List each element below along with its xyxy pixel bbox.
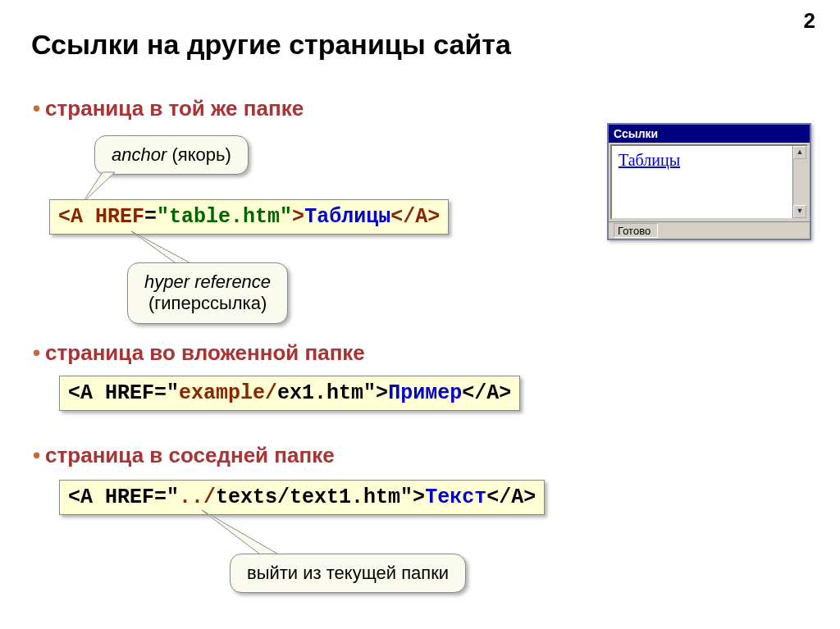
code-linktext: Текст	[425, 485, 486, 509]
bullet-text: страница в соседней папке	[45, 443, 335, 467]
code-file: texts/text1.htm	[216, 485, 400, 509]
scroll-down-icon[interactable]: ▼	[793, 205, 806, 218]
bullet-sibling-folder: •страница в соседней папке	[33, 443, 335, 468]
scrollbar[interactable]: ▲ ▼	[792, 146, 806, 218]
bullet-same-folder: •страница в той же папке	[33, 96, 304, 121]
bullet-text: страница во вложенной папке	[45, 340, 365, 365]
bullet-dot: •	[33, 340, 40, 365]
code-lt: <	[58, 205, 71, 229]
code-pre: A HREF="	[80, 381, 179, 405]
svg-marker-2	[202, 510, 287, 559]
code-example-1: <A HREF="table.htm">Таблицы</A>	[49, 199, 449, 235]
code-example-2: <A HREF="example/ex1.htm">Пример</A>	[59, 376, 520, 411]
callout-hyper-reference: hyper reference (гиперссылка)	[127, 262, 288, 324]
slide-title: Ссылки на другие страницы сайта	[31, 29, 511, 61]
code-href: HREF	[95, 205, 144, 229]
scroll-up-icon[interactable]: ▲	[793, 146, 806, 159]
code-file: ex1.htm	[277, 381, 363, 405]
code-close: </A>	[462, 381, 511, 405]
code-space	[83, 205, 95, 229]
callout-anchor: anchor (якорь)	[94, 135, 249, 175]
code-folder: example/	[179, 381, 277, 405]
code-pre: A HREF="	[80, 485, 179, 509]
callout-hyper-ru: (гиперссылка)	[148, 293, 267, 313]
code-lt: <	[68, 485, 80, 509]
code-url: "table.htm"	[157, 205, 292, 229]
code-q: ">	[400, 485, 425, 509]
callout-hyper-it: hyper reference	[144, 271, 271, 292]
callout-anchor-it: anchor	[112, 144, 167, 165]
bullet-dot: •	[33, 443, 40, 467]
code-close-gt: >	[427, 205, 440, 229]
code-lt: <	[68, 381, 80, 405]
svg-marker-1	[131, 231, 197, 267]
browser-titlebar: Ссылки	[609, 125, 810, 143]
bullet-text: страница в той же папке	[45, 96, 304, 121]
callout-anchor-ru: (якорь)	[167, 144, 231, 165]
code-example-3: <A HREF="../texts/text1.htm">Текст</A>	[59, 480, 545, 515]
browser-preview: Ссылки Таблицы ▲ ▼ Готово	[607, 123, 811, 240]
callout-exit-folder: выйти из текущей папки	[230, 554, 466, 593]
code-linktext: Пример	[388, 381, 462, 405]
code-close: </A>	[486, 485, 536, 509]
code-close-lt: </	[390, 205, 415, 229]
callout-exit-text: выйти из текущей папки	[247, 563, 449, 583]
code-tag-a-close: A	[415, 205, 427, 229]
browser-body: Таблицы ▲ ▼	[610, 144, 808, 220]
bullet-nested-folder: •страница во вложенной папке	[33, 340, 365, 366]
code-q: ">	[363, 381, 388, 405]
code-eq: =	[144, 205, 157, 229]
code-gt: >	[292, 205, 304, 229]
code-linktext: Таблицы	[304, 205, 390, 229]
code-tag-a: A	[71, 205, 83, 229]
code-updir: ../	[179, 485, 216, 509]
status-text: Готово	[614, 223, 658, 238]
page-number: 2	[804, 8, 815, 34]
browser-link[interactable]: Таблицы	[619, 151, 680, 169]
bullet-dot: •	[33, 96, 40, 121]
browser-statusbar: Готово	[609, 221, 810, 239]
